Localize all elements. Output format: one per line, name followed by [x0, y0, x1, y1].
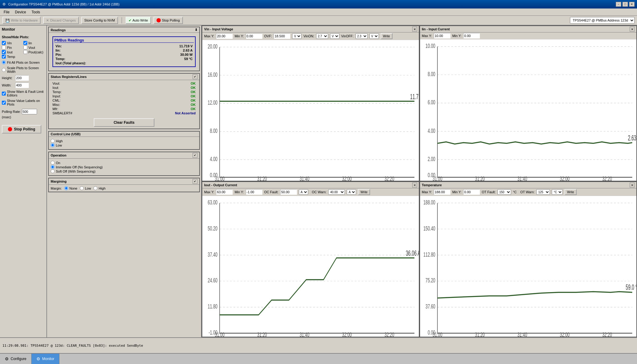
iout-checkbox[interactable]: [2, 50, 6, 54]
svg-text:32:20: 32:20: [384, 331, 394, 337]
iout-chart-close[interactable]: ✕: [412, 183, 417, 187]
svg-text:2.63 A: 2.63 A: [628, 134, 636, 142]
menu-file[interactable]: File: [1, 9, 12, 15]
temp-write-button[interactable]: Write: [565, 189, 576, 195]
iin-chart-header: Iin - Input Current ✕: [420, 26, 637, 32]
nav-monitor[interactable]: ⚙ Monitor: [32, 354, 59, 364]
vin-vinon-unit[interactable]: V: [330, 33, 339, 39]
iout-miny-input[interactable]: [246, 189, 262, 195]
discard-changes-button[interactable]: ✕ Discard Changes: [43, 17, 79, 24]
polling-rate-row: Polling Rate:: [2, 109, 45, 114]
iout-write-button[interactable]: Write: [358, 189, 370, 195]
margin-low-row: Low: [80, 186, 91, 190]
vin-reading-label: Vin:: [56, 44, 62, 48]
svg-text:20.00: 20.00: [208, 43, 217, 50]
pout-checkbox[interactable]: [23, 50, 27, 54]
write-hardware-button[interactable]: 💾 Write to Hardware: [2, 17, 41, 24]
pin-checkbox[interactable]: [2, 46, 6, 49]
polling-rate-input[interactable]: [22, 109, 37, 114]
op-soft-radio[interactable]: [51, 169, 55, 173]
iin-miny-input[interactable]: [463, 33, 480, 39]
device-address-select[interactable]: TPS544E27 @ PMBus Address 123d: [570, 17, 635, 24]
temp-chart-close[interactable]: ✕: [630, 183, 635, 187]
temp-otwarn-select[interactable]: 125: [536, 189, 550, 195]
fit-all-radio[interactable]: [2, 60, 6, 64]
margin-low-radio[interactable]: [80, 186, 84, 190]
vin-ovf-input[interactable]: [274, 33, 290, 39]
stop-polling-toolbar-button[interactable]: Stop Polling: [153, 17, 183, 24]
iout-ocfault-input[interactable]: [280, 189, 297, 195]
temp-otfault-select[interactable]: 150: [497, 189, 511, 195]
margin-none-radio[interactable]: [64, 186, 68, 190]
vin-miny-input[interactable]: [246, 33, 262, 39]
vin-chart-close[interactable]: ✕: [412, 27, 417, 32]
op-imm-radio[interactable]: [51, 165, 55, 169]
status-smbalert-label: SMBALERT#: [52, 111, 72, 115]
width-input[interactable]: [15, 83, 29, 88]
pin-reading-value: 30.00 W: [180, 53, 193, 56]
iout-ocwarn-select[interactable]: 40.00: [328, 189, 345, 195]
temp-maxy-input[interactable]: [434, 189, 450, 195]
vin-checkbox[interactable]: [2, 41, 6, 45]
margining-body: Margin: None Low High: [49, 185, 199, 192]
nav-configure[interactable]: ⚙ Configure: [0, 354, 32, 364]
temp-otwarn-unit[interactable]: °C: [552, 189, 563, 195]
iin-chart-close[interactable]: ✕: [630, 27, 635, 32]
margin-high-radio[interactable]: [93, 186, 97, 190]
vin-ovf-select[interactable]: V: [292, 33, 302, 39]
stop-polling-sidebar-button[interactable]: Stop Polling: [2, 125, 41, 133]
show-value-checkbox[interactable]: [2, 101, 6, 105]
op-imm-label: Immediate Off (No Sequencing): [56, 165, 103, 169]
monitor-icon: ⚙: [36, 356, 40, 361]
temp-miny-input[interactable]: [463, 189, 480, 195]
iin-checkbox[interactable]: [23, 41, 27, 45]
svg-text:31:00: 31:00: [433, 331, 442, 337]
readings-section: Readings ⬇ PMBus Readings Vin: 11.719 V …: [48, 27, 200, 71]
vin-vinon-select[interactable]: 2.7: [316, 33, 328, 39]
status-collapse-btn[interactable]: ✔: [193, 74, 197, 79]
maximize-button[interactable]: □: [622, 2, 628, 7]
temp-chart-body: 188.00 150.40 112.80 75.20 37.60 0.00 31…: [420, 196, 637, 337]
vin-write-button[interactable]: Write: [381, 33, 393, 39]
op-on-radio[interactable]: [51, 161, 55, 165]
control-low-radio[interactable]: [51, 143, 55, 147]
temp-otwarn-label: OT Warn:: [520, 190, 534, 194]
control-high-radio[interactable]: [51, 139, 55, 143]
status-vout-value: OK: [191, 82, 196, 85]
show-warn-checkbox[interactable]: [2, 92, 6, 96]
temp-reading-label: Temp:: [56, 57, 65, 61]
store-config-button[interactable]: Store Config to NVM: [81, 17, 118, 24]
temp-checkbox[interactable]: [2, 55, 6, 59]
vin-vinoff-select[interactable]: 2.3: [356, 33, 368, 39]
margining-title: Margining: [51, 180, 67, 183]
op-on-row: On: [51, 161, 197, 165]
vin-vinoff-unit[interactable]: V: [369, 33, 379, 39]
iout-maxy-input[interactable]: [216, 189, 233, 195]
vin-maxy-input[interactable]: [216, 33, 233, 39]
svg-text:150.40: 150.40: [423, 224, 435, 232]
status-input-label: Input:: [52, 94, 61, 98]
menu-tools[interactable]: Tools: [29, 9, 42, 15]
height-input[interactable]: [15, 75, 29, 81]
iin-maxy-input[interactable]: [434, 33, 450, 39]
margining-collapse-btn[interactable]: ✔: [193, 179, 197, 184]
status-misc-value: OK: [191, 103, 196, 106]
stop-polling-dot: [8, 127, 12, 131]
scale-radio[interactable]: [2, 68, 6, 72]
svg-text:36.06 A: 36.06 A: [406, 250, 419, 257]
vin-maxy-label: Max Y:: [204, 34, 214, 38]
auto-write-button[interactable]: ✔ Auto Write: [126, 17, 151, 24]
clear-faults-button[interactable]: Clear Faults: [94, 118, 154, 127]
iin-maxy-label: Max Y:: [422, 34, 432, 38]
iout-label: Iout: [7, 50, 12, 54]
iin-label: Iin: [29, 41, 32, 45]
menu-device[interactable]: Device: [12, 9, 29, 15]
operation-collapse-btn[interactable]: ✔: [193, 153, 197, 158]
iout-ocfault-select[interactable]: A: [299, 189, 308, 195]
readings-body: PMBus Readings Vin: 11.719 V Iin: 2.63 A…: [49, 33, 199, 71]
minimize-button[interactable]: −: [616, 2, 621, 7]
fit-all-radio-row: Fit All Plots on Screen: [2, 60, 45, 64]
iout-ocwarn-unit[interactable]: A: [347, 189, 356, 195]
vout-checkbox[interactable]: [23, 46, 27, 49]
close-button[interactable]: ✕: [629, 2, 635, 7]
